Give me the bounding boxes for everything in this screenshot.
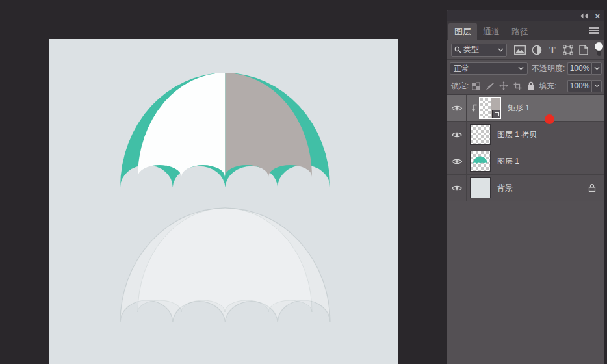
opacity-label: 不透明度: (532, 63, 565, 74)
blend-mode-value: 正常 (454, 63, 469, 74)
red-click-indicator-dot (545, 114, 554, 124)
filter-type-dropdown[interactable]: 类型 (451, 44, 507, 57)
layer-thumbnail[interactable] (470, 151, 491, 172)
lock-all-icon[interactable] (527, 81, 535, 90)
opacity-value-field[interactable]: 100% (567, 62, 591, 75)
vector-mask-badge-icon (492, 110, 501, 119)
panel-empty-area (447, 202, 604, 364)
layer-filter-row: 类型 T (447, 40, 604, 60)
layer-name[interactable]: 背景 (497, 183, 513, 194)
document-canvas[interactable] (49, 39, 398, 364)
layer-name[interactable]: 图层 1 (497, 156, 519, 167)
filter-type-label: 类型 (463, 44, 479, 55)
lock-pixels-brush-icon[interactable] (485, 82, 494, 90)
blend-opacity-row: 正常 不透明度: 100% (447, 60, 604, 77)
chevron-down-icon (594, 66, 600, 70)
chevron-down-icon (518, 66, 524, 70)
close-panel-icon[interactable]: × (595, 12, 600, 20)
tab-channels[interactable]: 通道 (477, 23, 506, 40)
type-layer-filter-icon[interactable]: T (548, 46, 557, 55)
thumbnail-umbrella-shape (471, 151, 490, 171)
visibility-toggle[interactable] (447, 175, 467, 201)
umbrella-artwork (49, 39, 398, 364)
chevron-down-icon (594, 84, 600, 88)
background-lock-icon (588, 183, 596, 192)
opacity-dropdown-button[interactable] (591, 62, 602, 75)
eye-icon (451, 131, 463, 138)
fill-dropdown-button[interactable] (591, 80, 602, 92)
panel-menu-icon[interactable] (589, 27, 599, 34)
visibility-toggle[interactable] (447, 148, 467, 174)
smart-object-filter-icon[interactable] (579, 45, 588, 55)
visibility-toggle[interactable] (447, 122, 467, 148)
layer-row-layer-1[interactable]: 图层 1 (447, 148, 604, 175)
clipping-mask-arrow-icon (469, 104, 479, 112)
layer-row-background[interactable]: 背景 (447, 175, 604, 202)
eye-icon (451, 158, 463, 165)
layers-panel: × 图层 通道 路径 类型 (447, 10, 604, 364)
layer-name[interactable]: 矩形 1 (508, 103, 530, 114)
lock-label: 锁定: (451, 81, 469, 92)
lock-fill-row: 锁定: (447, 77, 604, 95)
filter-kind-icons: T (514, 45, 588, 55)
tab-layers[interactable]: 图层 (448, 23, 477, 40)
fill-label: 填充: (539, 81, 556, 92)
layer-thumbnail[interactable] (479, 97, 501, 119)
blend-mode-dropdown[interactable]: 正常 (450, 62, 528, 75)
panel-tabbar: 图层 通道 路径 (447, 21, 604, 40)
eye-icon (451, 105, 463, 112)
lock-transparency-icon[interactable] (472, 82, 480, 90)
lock-artboard-icon[interactable] (513, 82, 522, 90)
adjustment-layer-filter-icon[interactable] (532, 45, 542, 55)
search-icon (454, 46, 461, 53)
panel-titlebar: × (447, 10, 604, 21)
filter-on-off-toggle[interactable] (595, 42, 604, 57)
chevron-down-icon (498, 48, 504, 52)
layer-row-layer-1-copy[interactable]: 图层 1 拷贝 (447, 122, 604, 148)
svg-text:T: T (549, 46, 556, 55)
layer-name[interactable]: 图层 1 拷贝 (497, 129, 537, 140)
layers-list: 矩形 1 图层 1 拷贝 (447, 95, 604, 202)
layer-thumbnail[interactable] (470, 124, 491, 145)
fill-value-field[interactable]: 100% (567, 80, 591, 92)
layer-row-rectangle-1[interactable]: 矩形 1 (447, 95, 604, 122)
visibility-toggle[interactable] (447, 95, 467, 121)
layer-thumbnail[interactable] (470, 177, 491, 198)
eye-icon (451, 185, 463, 192)
lock-position-move-icon[interactable] (499, 81, 508, 90)
pixel-layer-filter-icon[interactable] (514, 46, 526, 55)
collapse-panel-icon[interactable] (580, 13, 588, 19)
tab-paths[interactable]: 路径 (506, 23, 534, 40)
shape-layer-filter-icon[interactable] (563, 45, 573, 55)
umbrella-ghost-copy (120, 208, 330, 322)
